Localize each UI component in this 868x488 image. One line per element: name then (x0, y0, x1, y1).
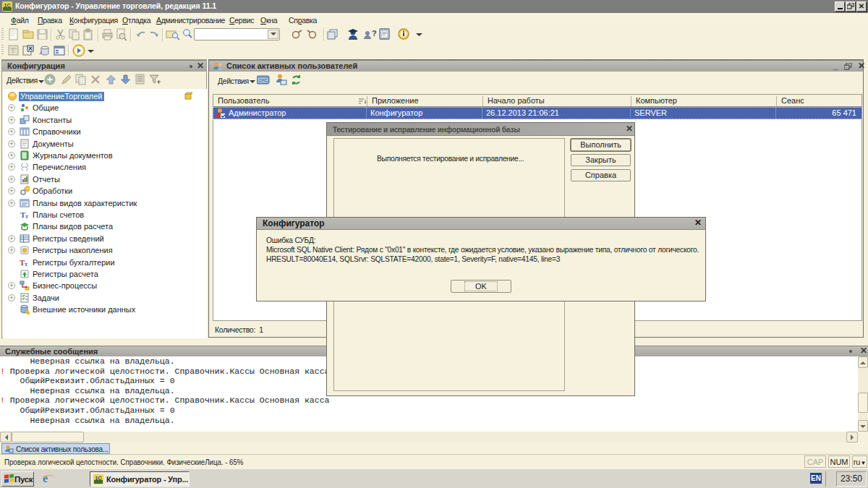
svg-text:1C: 1C (4, 3, 11, 8)
svg-text:т: т (25, 261, 27, 267)
svg-text:т: т (25, 213, 28, 220)
svg-text:e: e (43, 472, 48, 484)
svg-text:CHC: CHC (259, 78, 268, 82)
svg-text:?: ? (372, 29, 377, 38)
svg-text:1C: 1C (95, 476, 102, 481)
